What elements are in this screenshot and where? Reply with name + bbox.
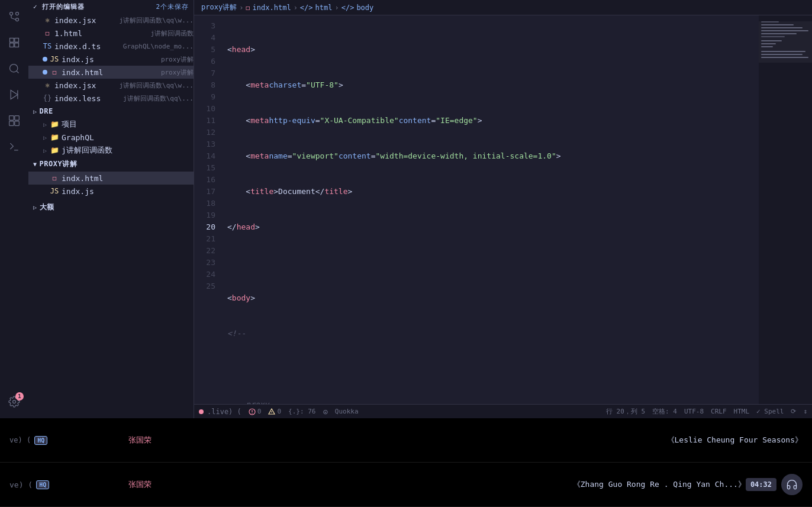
line-ending-label[interactable]: CRLF	[711, 408, 727, 415]
run-debug-icon[interactable]	[2, 83, 26, 106]
language-label[interactable]: HTML	[734, 408, 750, 415]
open-file-index-jsx2[interactable]: ⚛ index.jsx j讲解回调函数\qq\w...	[28, 79, 194, 92]
svg-rect-32	[759, 21, 812, 63]
open-editors-header[interactable]: ✓ 打开的编辑器 2个未保存	[28, 0, 194, 14]
source-control-icon[interactable]	[2, 5, 26, 28]
search-icon[interactable]	[2, 57, 26, 80]
proxy-section-header[interactable]: ▼ proxy讲解	[28, 157, 194, 172]
breadcrumb-proxy[interactable]: proxy讲解	[201, 2, 237, 12]
error-icon	[249, 408, 256, 415]
code-content[interactable]: <head> <meta charset="UTF-8"> <meta http…	[223, 15, 759, 404]
html-icon2: ◻	[50, 67, 59, 77]
folder-graphql[interactable]: ▷ 📁 GraphQL	[28, 131, 194, 144]
svg-point-35	[252, 413, 253, 414]
spaces-label[interactable]: 空格: 4	[652, 407, 677, 416]
settings-badge: 1	[15, 392, 24, 401]
settings-icon[interactable]: 1	[2, 390, 26, 414]
breadcrumb-sep1: ›	[239, 4, 243, 12]
code-line-3: <head>	[227, 44, 759, 56]
spell-label[interactable]: ✓ Spell	[756, 408, 784, 415]
braces-label[interactable]: {.}: 76	[288, 408, 315, 415]
code-line-4: <meta charset="UTF-8">	[227, 79, 759, 91]
code-line-9	[227, 257, 759, 269]
svg-rect-15	[9, 121, 14, 126]
proxy-file-indxjs[interactable]: JS indx.js	[28, 185, 194, 198]
main-area: 1 ✓ 打开的编辑器 2个未保存 ⚛ index.jsx j讲解回调函数\qq\…	[0, 0, 812, 418]
folder-icon2: 📁	[50, 133, 59, 142]
music-right-2: 04:32	[746, 474, 803, 495]
explorer-icon[interactable]	[2, 31, 26, 54]
music-row-1: ve) ( HQ 张国荣 《Leslie Cheung Four Seasons…	[0, 418, 812, 463]
svg-line-4	[11, 18, 16, 20]
status-bar: .live) ( 0 0 {.}: 76 ⊙ Quokka 行 20，列 5 空…	[194, 404, 812, 418]
live-icon[interactable]: ⟳	[791, 408, 796, 415]
app-container: 1 ✓ 打开的编辑器 2个未保存 ⚛ index.jsx j讲解回调函数\qq\…	[0, 0, 812, 507]
encoding-label[interactable]: UTF-8	[684, 408, 704, 415]
error-count[interactable]: 0	[249, 408, 262, 415]
minimap-svg	[759, 15, 812, 252]
proxy-items: ◻ indx.html JS indx.js	[28, 172, 194, 198]
svg-rect-5	[10, 38, 14, 43]
sync-icon[interactable]: ↕	[803, 408, 807, 415]
folder-icon3: 📁	[50, 146, 59, 155]
breadcrumb-body[interactable]: body	[356, 4, 373, 12]
live-label: .live) (	[207, 408, 241, 416]
folder-chevron3: ▷	[40, 146, 50, 155]
time-badge[interactable]: 04:32	[746, 478, 776, 491]
music-title-2: 《Zhang Guo Rong Re . Qing Yan Ch...》	[573, 479, 746, 490]
breadcrumb-sep3: ›	[334, 4, 339, 12]
proxy-file-indxhtml[interactable]: ◻ indx.html	[28, 172, 194, 185]
svg-point-1	[16, 18, 19, 21]
da-section-header[interactable]: ▷ 大额	[28, 200, 194, 215]
code-line-10: <body>	[227, 292, 759, 304]
live-dot	[199, 409, 204, 414]
proxy-label: proxy讲解	[40, 159, 78, 169]
open-file-index-jsx[interactable]: ⚛ index.jsx j讲解回调函数\qq\w...	[28, 14, 194, 27]
bottom-section: ve) ( HQ 张国荣 《Leslie Cheung Four Seasons…	[0, 418, 812, 507]
svg-rect-14	[15, 116, 20, 121]
extensions-icon[interactable]	[2, 109, 26, 133]
open-file-indexdts[interactable]: TS index.d.ts GraphQL\node_mo...	[28, 40, 194, 53]
svg-marker-11	[11, 91, 18, 99]
less-icon: {}	[43, 93, 52, 103]
cursor-pos[interactable]: 行 20，列 5	[606, 407, 645, 416]
proxy-chevron: ▼	[33, 161, 37, 167]
da-label: 大额	[40, 202, 54, 212]
breadcrumb-html[interactable]: html	[315, 4, 333, 12]
bottom-live-text2: ve) (	[9, 480, 33, 489]
folder-icon: 📁	[50, 120, 59, 129]
terminal-icon[interactable]	[2, 135, 26, 159]
breadcrumb-indxhtml[interactable]: indx.html	[253, 4, 291, 12]
js-file-icon: JS	[50, 186, 59, 196]
open-file-indxjs[interactable]: JS indx.js proxy讲解	[28, 53, 194, 66]
headset-icon[interactable]	[781, 474, 803, 495]
code-area[interactable]: 3 4 5 6 7 8 9 10 11 12 13 14 15 16 17 18	[194, 15, 812, 404]
folder-chevron2: ▷	[40, 133, 50, 142]
bottom-live-text: ve) (	[9, 436, 31, 444]
breadcrumb-html-tag-icon: </>	[300, 4, 313, 12]
warning-count[interactable]: 0	[268, 408, 281, 415]
line-numbers: 3 4 5 6 7 8 9 10 11 12 13 14 15 16 17 18	[194, 15, 223, 404]
da-chevron: ▷	[33, 204, 37, 211]
breadcrumb-html-icon: ◻	[246, 4, 250, 12]
folder-project[interactable]: ▷ 📁 项目	[28, 118, 194, 131]
folder-jiangjiе[interactable]: ▷ 📁 j讲解回调函数	[28, 144, 194, 157]
code-line-12	[227, 363, 759, 375]
music-artist-1: 张国荣	[80, 435, 199, 445]
hq-badge: HQ	[34, 436, 47, 445]
format-icon[interactable]: ⊙	[323, 407, 327, 416]
html-file-icon: ◻	[50, 173, 59, 183]
open-file-1html[interactable]: ◻ 1.html j讲解回调函数	[28, 27, 194, 40]
open-file-indexless[interactable]: {} index.less j讲解回调函数\qq\...	[28, 92, 194, 105]
open-file-indxhtml[interactable]: ◻ indx.html proxy讲解	[28, 66, 194, 79]
code-line-5: <meta http-equiv="X-UA-Compatible" conte…	[227, 115, 759, 127]
breadcrumb-body-icon: </>	[341, 4, 355, 12]
status-right: 行 20，列 5 空格: 4 UTF-8 CRLF HTML ✓ Spell ⟳…	[606, 407, 807, 416]
breadcrumb-sep2: ›	[294, 4, 298, 12]
svg-rect-8	[15, 43, 19, 47]
svg-point-2	[16, 12, 19, 15]
warning-count-text: 0	[277, 408, 281, 415]
svg-line-10	[17, 71, 19, 73]
svg-rect-16	[15, 121, 20, 126]
dre-section-header[interactable]: ▷ DRE	[28, 105, 194, 118]
